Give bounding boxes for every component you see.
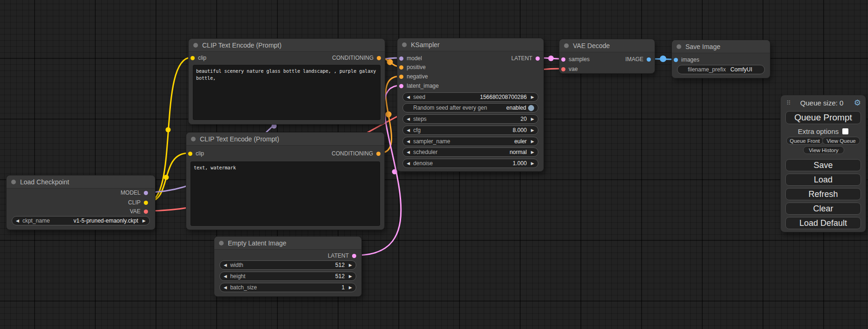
vae-port-dot[interactable] (144, 210, 148, 214)
latent-port-dot[interactable] (399, 84, 403, 88)
node-titlebar[interactable]: Save Image (672, 40, 770, 53)
batch-size-widget[interactable]: ◀ batch_size 1 ▶ (219, 283, 356, 292)
conditioning-port-dot[interactable] (376, 152, 381, 156)
next-value-arrow-icon[interactable]: ▶ (531, 161, 534, 166)
prev-value-arrow-icon[interactable]: ◀ (407, 117, 410, 121)
settings-gear-icon[interactable]: ⚙ (854, 98, 861, 108)
node-titlebar[interactable]: CLIP Text Encode (Prompt) (189, 39, 385, 52)
latent-port-dot[interactable] (352, 254, 356, 258)
next-value-arrow-icon[interactable]: ▶ (531, 117, 534, 121)
prev-value-arrow-icon[interactable]: ◀ (224, 285, 227, 290)
conditioning-port-dot[interactable] (377, 56, 381, 60)
widget-value[interactable]: 20 (427, 116, 527, 122)
prev-value-arrow-icon[interactable]: ◀ (407, 139, 410, 144)
model-port-dot[interactable] (399, 56, 403, 61)
clip-port-dot[interactable] (144, 201, 148, 205)
node-vae-decode[interactable]: VAE Decode samples IMAGE vae (559, 39, 655, 74)
scheduler-widget[interactable]: ◀ scheduler normal ▶ (402, 147, 538, 157)
node-titlebar[interactable]: Empty Latent Image (214, 237, 361, 250)
widget-value[interactable]: normal (438, 149, 527, 155)
image-port-dot[interactable] (647, 57, 651, 62)
output-conditioning: CONDITIONING (332, 54, 385, 62)
collapse-dot-icon[interactable] (191, 137, 196, 141)
load-button[interactable]: Load (785, 174, 861, 186)
prompt-textarea[interactable]: beautiful scenery nature glass bottle la… (193, 65, 381, 120)
prev-value-arrow-icon[interactable]: ◀ (16, 218, 19, 223)
prev-value-arrow-icon[interactable]: ◀ (224, 263, 227, 267)
sampler-name-widget[interactable]: ◀ sampler_name euler ▶ (402, 137, 538, 146)
collapse-dot-icon[interactable] (219, 241, 224, 245)
drag-handle-icon[interactable]: ⠿ (786, 99, 790, 106)
output-vae: VAE (130, 207, 155, 216)
node-titlebar[interactable]: KSampler (397, 38, 543, 51)
view-history-button[interactable]: View History (803, 146, 844, 154)
extra-options-checkbox[interactable] (842, 128, 848, 134)
collapse-dot-icon[interactable] (193, 43, 198, 48)
widget-value[interactable]: 512 (246, 273, 345, 280)
prev-value-arrow-icon[interactable]: ◀ (407, 161, 410, 166)
random-seed-toggle[interactable]: Random seed after every gen enabled (402, 103, 538, 112)
toggle-dot-icon[interactable] (528, 105, 534, 111)
cfg-widget[interactable]: ◀ cfg 8.000 ▶ (402, 126, 538, 135)
node-titlebar[interactable]: VAE Decode (559, 39, 655, 52)
widget-value[interactable]: 156680208700286 (425, 94, 527, 100)
next-value-arrow-icon[interactable]: ▶ (531, 150, 534, 154)
node-empty-latent-image[interactable]: Empty Latent Image LATENT ◀ width 512 ▶ … (214, 236, 362, 297)
node-ksampler[interactable]: KSampler model LATENT positive negative … (397, 38, 544, 172)
comfyui-canvas[interactable]: { "colors": { "model": "#b39ddb", "clip"… (0, 0, 868, 329)
latent-port-dot[interactable] (561, 57, 565, 62)
prev-value-arrow-icon[interactable]: ◀ (224, 274, 227, 279)
load-default-button[interactable]: Load Default (785, 217, 861, 229)
widget-value[interactable]: 512 (243, 262, 345, 268)
node-titlebar[interactable]: Load Checkpoint (7, 175, 155, 189)
widget-value[interactable]: v1-5-pruned-emaonly.ckpt (50, 217, 138, 224)
collapse-dot-icon[interactable] (402, 42, 407, 47)
next-value-arrow-icon[interactable]: ▶ (142, 218, 146, 223)
next-value-arrow-icon[interactable]: ▶ (349, 263, 352, 267)
queue-front-button[interactable]: Queue Front (786, 137, 823, 145)
widget-value[interactable]: euler (450, 138, 527, 145)
widget-value[interactable]: 1.000 (433, 160, 527, 167)
model-port-dot[interactable] (144, 191, 148, 195)
vae-port-dot[interactable] (561, 67, 565, 71)
node-clip-encode-positive[interactable]: CLIP Text Encode (Prompt) clip CONDITION… (188, 38, 385, 125)
steps-widget[interactable]: ◀ steps 20 ▶ (402, 114, 538, 124)
view-queue-button[interactable]: View Queue (822, 137, 860, 145)
prev-value-arrow-icon[interactable]: ◀ (407, 128, 410, 133)
widget-value[interactable]: ComfyUI (726, 66, 760, 73)
next-value-arrow-icon[interactable]: ▶ (531, 128, 534, 133)
prev-value-arrow-icon[interactable]: ◀ (407, 95, 410, 99)
seed-widget[interactable]: ◀ seed 156680208700286 ▶ (402, 92, 538, 102)
next-value-arrow-icon[interactable]: ▶ (349, 274, 352, 279)
widget-value[interactable]: 8.000 (421, 127, 527, 133)
denoise-widget[interactable]: ◀ denoise 1.000 ▶ (402, 159, 538, 168)
prev-value-arrow-icon[interactable]: ◀ (407, 150, 410, 154)
node-save-image[interactable]: Save Image images filename_prefix ComfyU… (671, 40, 770, 78)
collapse-dot-icon[interactable] (564, 43, 569, 48)
refresh-button[interactable]: Refresh (785, 188, 861, 200)
conditioning-port-dot[interactable] (399, 75, 403, 79)
comfy-menu-panel[interactable]: ⠿ Queue size: 0 ⚙ Queue Prompt Extra opt… (780, 95, 866, 232)
save-button[interactable]: Save (785, 159, 861, 171)
clip-port-dot[interactable] (191, 56, 195, 60)
ckpt-name-widget[interactable]: ◀ ckpt_name v1-5-pruned-emaonly.ckpt ▶ (12, 216, 150, 225)
queue-prompt-button[interactable]: Queue Prompt (785, 111, 861, 124)
conditioning-port-dot[interactable] (399, 65, 403, 70)
height-widget[interactable]: ◀ height 512 ▶ (219, 272, 356, 281)
node-clip-encode-negative[interactable]: CLIP Text Encode (Prompt) clip CONDITION… (186, 132, 385, 230)
next-value-arrow-icon[interactable]: ▶ (531, 139, 534, 144)
widget-value[interactable]: 1 (257, 284, 345, 291)
clear-button[interactable]: Clear (785, 203, 861, 215)
next-value-arrow-icon[interactable]: ▶ (349, 285, 352, 290)
prompt-textarea[interactable]: text, watermark (191, 161, 380, 226)
collapse-dot-icon[interactable] (677, 44, 681, 49)
width-widget[interactable]: ◀ width 512 ▶ (219, 260, 356, 270)
clip-port-dot[interactable] (188, 152, 192, 156)
collapse-dot-icon[interactable] (11, 180, 16, 184)
image-port-dot[interactable] (674, 58, 678, 62)
filename-prefix-widget[interactable]: filename_prefix ComfyUI (677, 65, 765, 74)
next-value-arrow-icon[interactable]: ▶ (531, 95, 534, 99)
node-titlebar[interactable]: CLIP Text Encode (Prompt) (186, 133, 384, 146)
latent-port-dot[interactable] (536, 56, 540, 61)
node-load-checkpoint[interactable]: Load Checkpoint MODEL CLIP VAE ◀ ckpt_na… (6, 175, 155, 230)
